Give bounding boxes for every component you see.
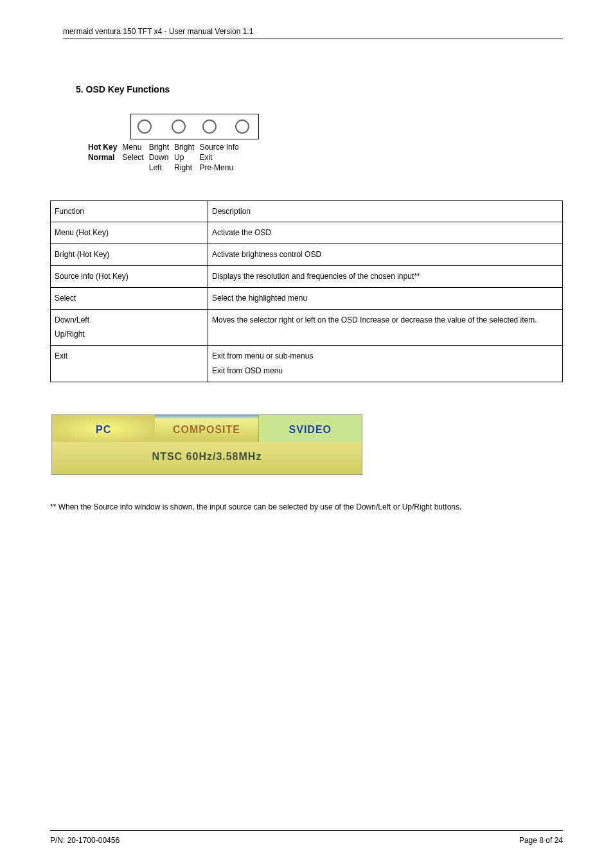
function-table: Function Description Menu (Hot Key) Acti…	[50, 200, 563, 382]
normal-col3b: Right	[172, 163, 197, 173]
hotkey-col1: Menu	[120, 142, 146, 152]
osd-tab-pc: PC	[52, 415, 155, 442]
th-function: Function	[51, 200, 208, 222]
osd-button-3-icon	[202, 120, 217, 134]
table-row: Function Description	[51, 200, 563, 222]
cell-description: Moves the selector right or left on the …	[208, 309, 563, 346]
normal-col1b	[120, 163, 146, 173]
osd-button-2-icon	[172, 120, 186, 134]
hotkey-col2: Bright	[147, 142, 172, 152]
normal-col3a: Up	[172, 152, 197, 163]
osd-button-4-icon	[235, 120, 249, 134]
cell-description: Displays the resolution and frequencies …	[208, 265, 563, 287]
table-row: Down/Left Up/Right Moves the selector ri…	[51, 309, 563, 346]
cell-function: Select	[51, 287, 208, 309]
cell-description: Activate brightness control OSD	[208, 244, 563, 266]
table-row: Exit Exit from menu or sub-menus Exit fr…	[51, 346, 563, 382]
th-description: Description	[208, 200, 563, 222]
page-footer: P/N: 20-1700-00456 Page 8 of 24	[50, 830, 563, 845]
osd-button-diagram: Hot Key Menu Bright Bright Source Info N…	[85, 114, 563, 173]
cell-function: Bright (Hot Key)	[51, 244, 208, 266]
hotkey-row-label: Hot Key	[85, 142, 120, 152]
button-labels-table: Hot Key Menu Bright Bright Source Info N…	[85, 142, 242, 173]
table-row: Menu (Hot Key) Activate the OSD	[51, 222, 563, 244]
cell-function: Menu (Hot Key)	[51, 222, 208, 244]
footer-page-number: Page 8 of 24	[519, 836, 563, 845]
cell-function: Source info (Hot Key)	[51, 265, 208, 287]
hotkey-col4: Source Info	[197, 142, 241, 152]
normal-col2b: Left	[147, 163, 172, 173]
osd-tabs: PC COMPOSITE SVIDEO	[52, 415, 362, 442]
hotkey-col3: Bright	[172, 142, 197, 152]
cell-function: Exit	[51, 346, 208, 382]
normal-col1a: Select	[120, 152, 146, 163]
osd-signal-info: NTSC 60Hz/3.58MHz	[52, 442, 362, 474]
osd-button-1-icon	[138, 120, 152, 134]
normal-col4a: Exit	[197, 152, 241, 163]
table-row: Bright (Hot Key) Activate brightness con…	[51, 244, 563, 266]
button-panel-outline	[130, 114, 259, 139]
table-row: Source info (Hot Key) Displays the resol…	[51, 265, 563, 287]
osd-tab-composite: COMPOSITE	[155, 415, 258, 442]
footnote: ** When the Source info window is shown,…	[50, 502, 563, 513]
normal-col2a: Down	[147, 152, 172, 163]
normal-col4b: Pre-Menu	[197, 163, 241, 173]
page-header: mermaid ventura 150 TFT x4 - User manual…	[63, 27, 563, 39]
section-title: 5. OSD Key Functions	[76, 84, 563, 94]
cell-description: Exit from menu or sub-menus Exit from OS…	[208, 346, 563, 382]
page: mermaid ventura 150 TFT x4 - User manual…	[0, 0, 613, 868]
cell-description: Activate the OSD	[208, 222, 563, 244]
osd-tab-svideo: SVIDEO	[258, 415, 362, 442]
footer-part-number: P/N: 20-1700-00456	[50, 836, 120, 845]
table-row: Select Select the highlighted menu	[51, 287, 563, 309]
cell-description: Select the highlighted menu	[208, 287, 563, 309]
cell-function: Down/Left Up/Right	[51, 309, 208, 346]
osd-source-window: PC COMPOSITE SVIDEO NTSC 60Hz/3.58MHz	[51, 414, 362, 475]
normal-row-label: Normal	[85, 152, 120, 163]
